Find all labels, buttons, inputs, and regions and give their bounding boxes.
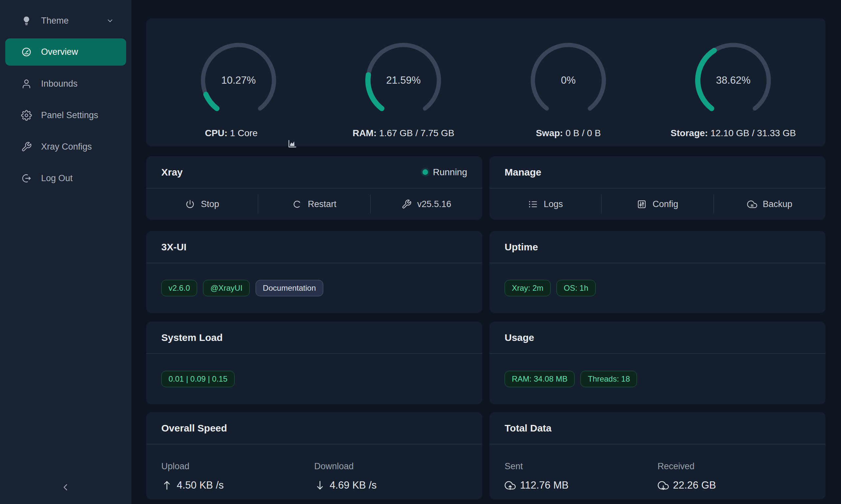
- sidebar: Theme Overview Inbounds Panel Settings X…: [0, 0, 132, 504]
- total-data-card: Total Data Sent 112.76 MB Received: [490, 412, 826, 499]
- ram-gauge-block: 21.59% RAM: 1.67 GB / 7.75 GB: [321, 39, 486, 139]
- sidebar-item-theme[interactable]: Theme: [0, 5, 132, 36]
- ram-gauge: 21.59%: [362, 39, 445, 121]
- xray-version-button[interactable]: v25.5.16: [371, 188, 482, 220]
- sidebar-item-label: Xray Configs: [41, 142, 92, 152]
- stat-label: Download: [314, 461, 467, 471]
- main-content: 10.27% CPU: 1 Core 21.59% RAM: 1.67 GB /…: [132, 0, 841, 504]
- usage-tags: RAM: 34.08 MB Threads: 18: [490, 354, 826, 404]
- uptime-card: Uptime Xray: 2m OS: 1h: [490, 231, 826, 313]
- sidebar-item-label: Overview: [41, 47, 78, 57]
- speed-stats: Upload 4.50 KB /s Download 4.69 K: [146, 444, 482, 499]
- card-title: 3X-UI: [161, 241, 187, 253]
- ram-gauge-label: RAM: 1.67 GB / 7.75 GB: [353, 128, 454, 139]
- swap-gauge-label: Swap: 0 B / 0 B: [536, 128, 601, 139]
- received-data-value: 22.26 GB: [658, 480, 811, 491]
- status-label: Running: [433, 167, 467, 178]
- system-load-card-header: System Load: [146, 322, 482, 354]
- config-button[interactable]: Config: [601, 188, 713, 220]
- logout-icon: [21, 173, 32, 184]
- download-stat: Download 4.69 KB /s: [314, 461, 467, 499]
- cpu-gauge-block: 10.27% CPU: 1 Core: [156, 39, 321, 139]
- stop-button[interactable]: Stop: [146, 188, 258, 220]
- system-load-tags: 0.01 | 0.09 | 0.15: [146, 354, 482, 404]
- restart-button[interactable]: Restart: [258, 188, 370, 220]
- stat-label: Received: [658, 461, 811, 471]
- download-speed-value: 4.69 KB /s: [314, 480, 467, 491]
- storage-gauge-block: 38.62% Storage: 12.10 GB / 31.33 GB: [651, 39, 816, 139]
- telegram-tag[interactable]: @XrayUI: [203, 280, 250, 296]
- arrow-down-icon: [314, 480, 326, 491]
- ram-usage-tag: RAM: 34.08 MB: [504, 371, 574, 387]
- refresh-icon: [292, 199, 302, 209]
- usage-card: Usage RAM: 34.08 MB Threads: 18: [490, 322, 826, 404]
- power-icon: [185, 199, 195, 209]
- cloud-server-icon: [747, 199, 757, 209]
- manage-card: Manage Logs Config: [490, 156, 826, 220]
- card-title: Overall Speed: [161, 422, 227, 434]
- bulb-icon: [21, 15, 32, 26]
- cpu-gauge-label: CPU: 1 Core: [205, 128, 272, 139]
- arrow-up-icon: [161, 480, 172, 491]
- xray-uptime-tag: Xray: 2m: [504, 280, 551, 296]
- overall-speed-card: Overall Speed Upload 4.50 KB /s Download: [146, 412, 482, 499]
- threads-tag: Threads: 18: [581, 371, 637, 387]
- chevron-left-icon: [61, 482, 71, 492]
- control-sliders-icon: [637, 199, 647, 209]
- total-data-stats: Sent 112.76 MB Received 22.26 GB: [490, 444, 826, 499]
- sidebar-item-xray-configs[interactable]: Xray Configs: [0, 131, 132, 162]
- cpu-gauge: 10.27%: [198, 39, 279, 121]
- list-icon: [528, 199, 538, 209]
- documentation-tag[interactable]: Documentation: [256, 280, 323, 296]
- swap-gauge: 0%: [527, 39, 610, 121]
- xray-actions: Stop Restart v25.5.16: [146, 188, 482, 220]
- cloud-download-icon: [658, 480, 669, 491]
- storage-gauge-label: Storage: 12.10 GB / 31.33 GB: [670, 128, 796, 139]
- storage-gauge: 38.62%: [692, 39, 774, 121]
- overall-speed-card-header: Overall Speed: [146, 412, 482, 444]
- sent-stat: Sent 112.76 MB: [504, 461, 658, 499]
- os-uptime-tag: OS: 1h: [556, 280, 596, 296]
- upload-stat: Upload 4.50 KB /s: [161, 461, 314, 499]
- status-dot: [423, 169, 428, 175]
- swap-gauge-value: 0%: [527, 39, 610, 121]
- system-stats-card: 10.27% CPU: 1 Core 21.59% RAM: 1.67 GB /…: [146, 18, 826, 146]
- sidebar-item-log-out[interactable]: Log Out: [0, 162, 132, 194]
- card-title: Total Data: [504, 422, 552, 434]
- swap-gauge-block: 0% Swap: 0 B / 0 B: [486, 39, 651, 139]
- uptime-card-header: Uptime: [490, 231, 826, 263]
- chevron-down-icon: [106, 16, 114, 25]
- cloud-upload-icon: [504, 480, 516, 491]
- sidebar-collapse-button[interactable]: [55, 479, 76, 496]
- card-title: Manage: [504, 167, 542, 178]
- stat-label: Upload: [161, 461, 314, 471]
- sidebar-item-overview[interactable]: Overview: [5, 38, 126, 66]
- card-title: Xray: [161, 167, 183, 178]
- storage-gauge-value: 38.62%: [692, 39, 774, 121]
- usage-card-header: Usage: [490, 322, 826, 354]
- xray-card: Xray Running Stop Res: [146, 156, 482, 220]
- card-title: Usage: [504, 332, 534, 343]
- xray-status-badge: Running: [423, 167, 467, 178]
- load-average-tag: 0.01 | 0.09 | 0.15: [161, 371, 235, 387]
- sidebar-item-panel-settings[interactable]: Panel Settings: [0, 100, 132, 131]
- card-title: System Load: [161, 332, 223, 343]
- xui-card-header: 3X-UI: [146, 231, 482, 263]
- xray-card-header: Xray Running: [146, 156, 482, 188]
- manage-card-header: Manage: [490, 156, 826, 188]
- logs-button[interactable]: Logs: [490, 188, 601, 220]
- uptime-tags: Xray: 2m OS: 1h: [490, 263, 826, 313]
- sidebar-item-label: Panel Settings: [41, 110, 98, 121]
- xui-tags: v2.6.0 @XrayUI Documentation: [146, 263, 482, 313]
- sidebar-item-label: Inbounds: [41, 79, 78, 89]
- version-tag[interactable]: v2.6.0: [161, 280, 197, 296]
- upload-speed-value: 4.50 KB /s: [161, 480, 314, 491]
- sidebar-item-label: Theme: [41, 16, 69, 26]
- backup-button[interactable]: Backup: [714, 188, 826, 220]
- user-icon: [21, 78, 32, 89]
- card-title: Uptime: [504, 241, 538, 253]
- ram-gauge-value: 21.59%: [362, 39, 445, 121]
- received-stat: Received 22.26 GB: [658, 461, 811, 499]
- sidebar-item-inbounds[interactable]: Inbounds: [0, 68, 132, 100]
- area-chart-icon[interactable]: [261, 128, 272, 139]
